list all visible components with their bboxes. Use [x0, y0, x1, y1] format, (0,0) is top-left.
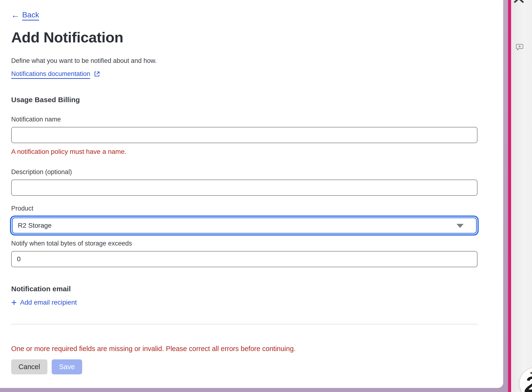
product-label: Product [11, 205, 477, 212]
save-button[interactable]: Save [52, 359, 82, 374]
window-edge-accent [508, 0, 511, 392]
cancel-button[interactable]: Cancel [11, 359, 47, 374]
notifications-documentation-link[interactable]: Notifications documentation [11, 70, 90, 78]
external-link-icon [94, 71, 100, 77]
product-select[interactable]: R2 Storage [12, 217, 477, 234]
side-panel: ✕ ʃ 2 [511, 0, 532, 392]
page-subtitle: Define what you want to be notified abou… [11, 57, 477, 65]
threshold-label: Notify when total bytes of storage excee… [11, 240, 477, 247]
section-title-usage-based-billing: Usage Based Billing [11, 96, 477, 104]
notification-name-input[interactable] [11, 127, 477, 143]
add-email-recipient-button[interactable]: + Add email recipient [11, 299, 477, 306]
description-input[interactable] [11, 180, 477, 196]
page-title: Add Notification [11, 29, 477, 46]
notification-name-label: Notification name [11, 116, 477, 123]
close-icon[interactable]: ✕ [512, 0, 526, 8]
add-email-recipient-label: Add email recipient [20, 299, 77, 306]
notification-form: ← Back Add Notification Define what you … [11, 0, 477, 374]
main-window: ← Back Add Notification Define what you … [0, 0, 503, 388]
help-avatar[interactable]: ʃ 2 [519, 367, 532, 392]
feedback-bubble-icon[interactable] [516, 43, 524, 51]
plus-icon: + [11, 299, 17, 306]
back-link-label[interactable]: Back [22, 10, 39, 19]
back-link[interactable]: ← Back [11, 10, 477, 19]
product-selected-value: R2 Storage [18, 222, 52, 229]
notification-name-error: A notification policy must have a name. [11, 148, 477, 156]
threshold-input[interactable] [11, 251, 477, 267]
avatar-glyph: 2 [525, 372, 532, 392]
footer-divider [11, 324, 477, 324]
notification-email-title: Notification email [11, 285, 477, 293]
description-label: Description (optional) [11, 168, 477, 176]
chevron-down-icon [457, 224, 464, 228]
back-arrow-icon: ← [11, 11, 20, 19]
form-validation-error: One or more required fields are missing … [11, 345, 477, 353]
